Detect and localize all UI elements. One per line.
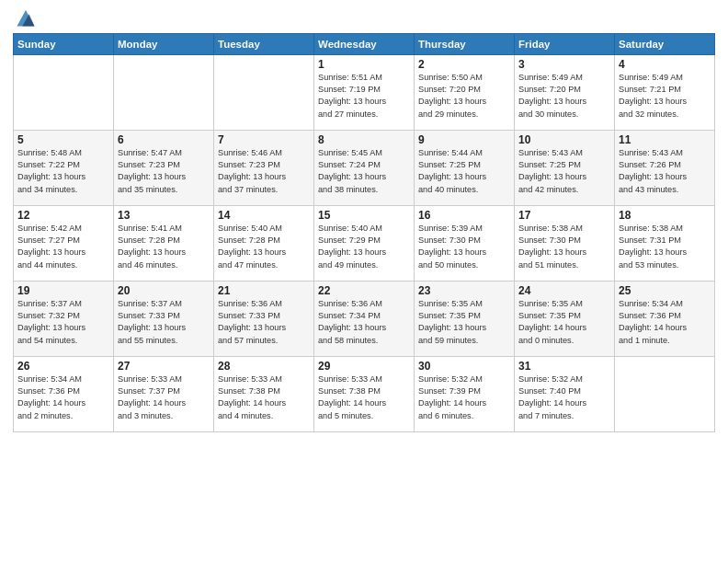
calendar-cell: 17Sunrise: 5:38 AM Sunset: 7:30 PM Dayli… bbox=[515, 205, 615, 281]
day-number: 30 bbox=[418, 360, 510, 373]
day-number: 25 bbox=[619, 284, 711, 297]
day-number: 29 bbox=[318, 360, 410, 373]
calendar-cell: 28Sunrise: 5:33 AM Sunset: 7:38 PM Dayli… bbox=[214, 356, 314, 431]
week-row-1: 1Sunrise: 5:51 AM Sunset: 7:19 PM Daylig… bbox=[14, 54, 715, 130]
day-info: Sunrise: 5:49 AM Sunset: 7:21 PM Dayligh… bbox=[619, 72, 711, 121]
calendar-cell: 30Sunrise: 5:32 AM Sunset: 7:39 PM Dayli… bbox=[415, 356, 515, 431]
weekday-header-row: SundayMondayTuesdayWednesdayThursdayFrid… bbox=[14, 33, 715, 54]
day-number: 17 bbox=[518, 209, 610, 222]
calendar-cell: 22Sunrise: 5:36 AM Sunset: 7:34 PM Dayli… bbox=[314, 281, 415, 356]
weekday-header-saturday: Saturday bbox=[615, 33, 715, 54]
day-number: 6 bbox=[118, 133, 210, 146]
week-row-3: 12Sunrise: 5:42 AM Sunset: 7:27 PM Dayli… bbox=[14, 205, 715, 281]
day-info: Sunrise: 5:49 AM Sunset: 7:20 PM Dayligh… bbox=[518, 72, 610, 121]
day-info: Sunrise: 5:42 AM Sunset: 7:27 PM Dayligh… bbox=[17, 223, 109, 271]
day-number: 11 bbox=[619, 133, 711, 146]
calendar-cell: 20Sunrise: 5:37 AM Sunset: 7:33 PM Dayli… bbox=[114, 281, 214, 356]
day-number: 23 bbox=[418, 284, 510, 297]
day-number: 19 bbox=[17, 284, 109, 297]
day-number: 15 bbox=[318, 209, 410, 222]
day-info: Sunrise: 5:33 AM Sunset: 7:37 PM Dayligh… bbox=[118, 373, 210, 422]
calendar-cell bbox=[615, 356, 715, 431]
calendar-cell: 12Sunrise: 5:42 AM Sunset: 7:27 PM Dayli… bbox=[14, 205, 114, 281]
day-info: Sunrise: 5:46 AM Sunset: 7:23 PM Dayligh… bbox=[218, 147, 310, 196]
day-info: Sunrise: 5:51 AM Sunset: 7:19 PM Dayligh… bbox=[318, 72, 410, 121]
calendar-cell: 10Sunrise: 5:43 AM Sunset: 7:25 PM Dayli… bbox=[515, 130, 615, 205]
day-info: Sunrise: 5:36 AM Sunset: 7:33 PM Dayligh… bbox=[218, 298, 310, 347]
day-info: Sunrise: 5:39 AM Sunset: 7:30 PM Dayligh… bbox=[418, 223, 510, 271]
calendar-cell bbox=[114, 54, 214, 130]
day-number: 9 bbox=[418, 133, 510, 146]
day-info: Sunrise: 5:41 AM Sunset: 7:28 PM Dayligh… bbox=[118, 223, 210, 271]
day-number: 27 bbox=[118, 360, 210, 373]
calendar-cell: 16Sunrise: 5:39 AM Sunset: 7:30 PM Dayli… bbox=[415, 205, 515, 281]
calendar-cell: 3Sunrise: 5:49 AM Sunset: 7:20 PM Daylig… bbox=[515, 54, 615, 130]
calendar-cell bbox=[14, 54, 114, 130]
day-number: 13 bbox=[118, 209, 210, 222]
day-info: Sunrise: 5:44 AM Sunset: 7:25 PM Dayligh… bbox=[418, 147, 510, 196]
day-info: Sunrise: 5:34 AM Sunset: 7:36 PM Dayligh… bbox=[17, 373, 109, 422]
calendar-cell: 24Sunrise: 5:35 AM Sunset: 7:35 PM Dayli… bbox=[515, 281, 615, 356]
day-number: 28 bbox=[218, 360, 310, 373]
day-number: 8 bbox=[318, 133, 410, 146]
calendar-cell: 6Sunrise: 5:47 AM Sunset: 7:23 PM Daylig… bbox=[114, 130, 214, 205]
calendar-cell: 11Sunrise: 5:43 AM Sunset: 7:26 PM Dayli… bbox=[615, 130, 715, 205]
calendar-cell: 19Sunrise: 5:37 AM Sunset: 7:32 PM Dayli… bbox=[14, 281, 114, 356]
weekday-header-friday: Friday bbox=[515, 33, 615, 54]
day-number: 3 bbox=[518, 58, 610, 71]
calendar-cell: 8Sunrise: 5:45 AM Sunset: 7:24 PM Daylig… bbox=[314, 130, 415, 205]
day-number: 21 bbox=[218, 284, 310, 297]
day-number: 16 bbox=[418, 209, 510, 222]
calendar-cell: 1Sunrise: 5:51 AM Sunset: 7:19 PM Daylig… bbox=[314, 54, 415, 130]
day-info: Sunrise: 5:32 AM Sunset: 7:40 PM Dayligh… bbox=[518, 373, 610, 422]
day-info: Sunrise: 5:32 AM Sunset: 7:39 PM Dayligh… bbox=[418, 373, 510, 422]
calendar-cell: 9Sunrise: 5:44 AM Sunset: 7:25 PM Daylig… bbox=[415, 130, 515, 205]
day-number: 26 bbox=[17, 360, 109, 373]
calendar-cell: 26Sunrise: 5:34 AM Sunset: 7:36 PM Dayli… bbox=[14, 356, 114, 431]
calendar-cell: 4Sunrise: 5:49 AM Sunset: 7:21 PM Daylig… bbox=[615, 54, 715, 130]
week-row-2: 5Sunrise: 5:48 AM Sunset: 7:22 PM Daylig… bbox=[14, 130, 715, 205]
day-number: 1 bbox=[318, 58, 410, 71]
day-number: 4 bbox=[619, 58, 711, 71]
weekday-header-thursday: Thursday bbox=[415, 33, 515, 54]
day-info: Sunrise: 5:47 AM Sunset: 7:23 PM Dayligh… bbox=[118, 147, 210, 196]
calendar-cell: 15Sunrise: 5:40 AM Sunset: 7:29 PM Dayli… bbox=[314, 205, 415, 281]
logo-icon bbox=[16, 7, 36, 28]
calendar-cell: 5Sunrise: 5:48 AM Sunset: 7:22 PM Daylig… bbox=[14, 130, 114, 205]
day-info: Sunrise: 5:35 AM Sunset: 7:35 PM Dayligh… bbox=[418, 298, 510, 347]
day-number: 10 bbox=[518, 133, 610, 146]
day-info: Sunrise: 5:40 AM Sunset: 7:28 PM Dayligh… bbox=[218, 223, 310, 271]
calendar-cell: 14Sunrise: 5:40 AM Sunset: 7:28 PM Dayli… bbox=[214, 205, 314, 281]
day-info: Sunrise: 5:36 AM Sunset: 7:34 PM Dayligh… bbox=[318, 298, 410, 347]
day-info: Sunrise: 5:37 AM Sunset: 7:33 PM Dayligh… bbox=[118, 298, 210, 347]
calendar-cell: 31Sunrise: 5:32 AM Sunset: 7:40 PM Dayli… bbox=[515, 356, 615, 431]
calendar-table: SundayMondayTuesdayWednesdayThursdayFrid… bbox=[13, 33, 715, 432]
day-number: 2 bbox=[418, 58, 510, 71]
week-row-5: 26Sunrise: 5:34 AM Sunset: 7:36 PM Dayli… bbox=[14, 356, 715, 431]
calendar-cell: 7Sunrise: 5:46 AM Sunset: 7:23 PM Daylig… bbox=[214, 130, 314, 205]
day-info: Sunrise: 5:43 AM Sunset: 7:25 PM Dayligh… bbox=[518, 147, 610, 196]
calendar-cell: 18Sunrise: 5:38 AM Sunset: 7:31 PM Dayli… bbox=[615, 205, 715, 281]
day-info: Sunrise: 5:38 AM Sunset: 7:31 PM Dayligh… bbox=[619, 223, 711, 271]
day-info: Sunrise: 5:37 AM Sunset: 7:32 PM Dayligh… bbox=[17, 298, 109, 347]
day-number: 31 bbox=[518, 360, 610, 373]
calendar-cell: 21Sunrise: 5:36 AM Sunset: 7:33 PM Dayli… bbox=[214, 281, 314, 356]
day-info: Sunrise: 5:45 AM Sunset: 7:24 PM Dayligh… bbox=[318, 147, 410, 196]
day-info: Sunrise: 5:40 AM Sunset: 7:29 PM Dayligh… bbox=[318, 223, 410, 271]
calendar-cell: 27Sunrise: 5:33 AM Sunset: 7:37 PM Dayli… bbox=[114, 356, 214, 431]
calendar-cell: 23Sunrise: 5:35 AM Sunset: 7:35 PM Dayli… bbox=[415, 281, 515, 356]
weekday-header-wednesday: Wednesday bbox=[314, 33, 415, 54]
day-number: 5 bbox=[17, 133, 109, 146]
day-info: Sunrise: 5:48 AM Sunset: 7:22 PM Dayligh… bbox=[17, 147, 109, 196]
calendar-cell bbox=[214, 54, 314, 130]
logo bbox=[13, 13, 36, 31]
weekday-header-tuesday: Tuesday bbox=[214, 33, 314, 54]
main-container: SundayMondayTuesdayWednesdayThursdayFrid… bbox=[0, 0, 728, 440]
calendar-cell: 2Sunrise: 5:50 AM Sunset: 7:20 PM Daylig… bbox=[415, 54, 515, 130]
day-number: 7 bbox=[218, 133, 310, 146]
calendar-cell: 13Sunrise: 5:41 AM Sunset: 7:28 PM Dayli… bbox=[114, 205, 214, 281]
day-number: 24 bbox=[518, 284, 610, 297]
day-info: Sunrise: 5:38 AM Sunset: 7:30 PM Dayligh… bbox=[518, 223, 610, 271]
day-info: Sunrise: 5:35 AM Sunset: 7:35 PM Dayligh… bbox=[518, 298, 610, 347]
day-number: 20 bbox=[118, 284, 210, 297]
